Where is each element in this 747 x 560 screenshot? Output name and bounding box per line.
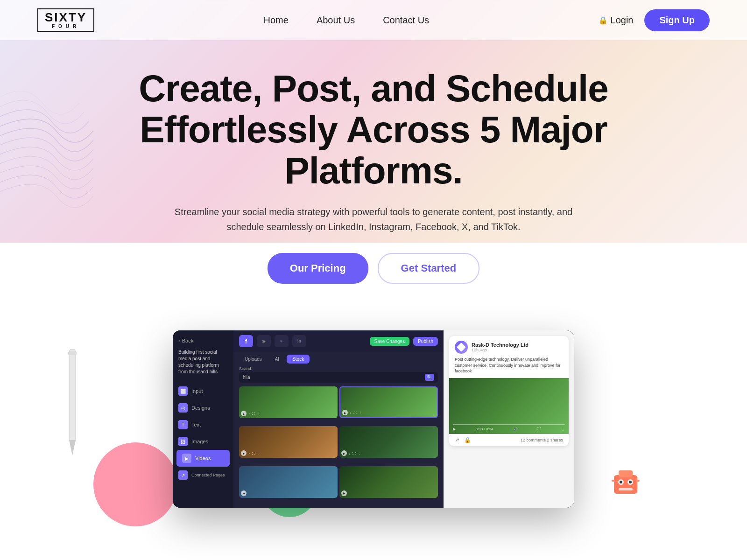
our-pricing-button[interactable]: Our Pricing [268,253,368,284]
more-options-icon: ⋮ [561,427,565,431]
hero-subtext: Streamline your social media strategy wi… [163,204,584,234]
project-description: Building first social media post and sch… [173,349,233,383]
video-time-display: ▶ 0:00 / 0:34 🔊 ⛶ ⋮ [453,427,565,431]
svg-rect-0 [69,349,76,442]
app-screenshot-section: ‹ Back Building first social media post … [0,330,747,508]
svg-marker-1 [69,440,76,455]
avatar-diamond-shape [457,343,466,352]
action-icons: ↗ 🔒 [455,437,471,443]
sidebar-item-videos[interactable]: ▶ Videos [176,450,230,467]
media-thumb-3[interactable]: ▶ ♪ ⛶ ⋮ [239,426,338,458]
sidebar-item-input[interactable]: ⬜ Input [173,383,233,399]
play-button-4[interactable]: ▶ [341,450,347,456]
preview-header: Rask-D Technology Ltd 10h Ago [449,336,569,357]
preview-video: ▶ 0:00 / 0:34 🔊 ⛶ ⋮ [449,378,569,434]
login-button[interactable]: 🔒 Login [599,15,634,26]
nav-links: Home About Us Contact Us [264,15,430,26]
uploads-tab[interactable]: Uploads [239,355,268,364]
back-arrow-icon: ‹ [178,338,180,343]
play-button-2[interactable]: ▶ [342,410,348,415]
video-controls-4: ▶ ♪ ⛶ ⋮ [341,450,436,456]
sidebar-item-images[interactable]: 🖼 Images [173,433,233,450]
publish-button[interactable]: Publish [413,337,438,346]
sidebar-label-videos: Videos [195,455,211,461]
volume-icon: 🔊 [513,427,518,431]
sidebar-label-connected-pages: Connected Pages [191,473,225,477]
platform-facebook[interactable]: f [239,335,253,347]
nav-about[interactable]: About Us [317,15,355,26]
save-publish-buttons: Save Changes Publish [370,337,438,346]
sidebar-label-images: Images [191,439,208,444]
videos-icon: ▶ [182,454,191,463]
play-button-3[interactable]: ▶ [241,450,247,456]
media-thumb-2[interactable]: ▶ ♪ ⛶ ⋮ [339,386,438,418]
platform-icons: f ◉ ✕ in [239,335,306,347]
video-controls-1: ▶ ♪ ⛶ ⋮ [241,411,336,416]
lock-action-icon[interactable]: 🔒 [464,437,471,443]
input-icon: ⬜ [178,386,188,396]
app-preview-panel: Rask-D Technology Ltd 10h Ago Post cutti… [444,330,574,508]
back-label: Back [182,338,193,343]
get-started-button[interactable]: Get Started [378,253,480,284]
back-button[interactable]: ‹ Back [173,338,233,349]
preview-avatar [455,341,468,354]
search-input-container: 🔍 [239,372,438,383]
media-thumb-4[interactable]: ▶ ♪ ⛶ ⋮ [339,426,438,458]
hero-section: Create, Post, and Schedule Effortlessly … [0,40,747,326]
sidebar-item-designs[interactable]: ◎ Designs [173,399,233,416]
app-screenshot: ‹ Back Building first social media post … [173,330,574,508]
logo-text-main: SIXTY [45,11,87,23]
connected-pages-icon: ↗ [178,470,188,480]
preview-caption: Post cutting-edge technology. Deliver un… [449,357,569,378]
play-button-1[interactable]: ▶ [241,411,247,416]
video-player-controls: ▶ 0:00 / 0:34 🔊 ⛶ ⋮ [453,424,565,431]
text-icon: T [178,420,188,429]
preview-time-ago: 10h Ago [472,348,529,352]
sidebar-label-designs: Designs [191,405,210,411]
sidebar-label-text: Text [191,422,201,427]
search-section: Search 🔍 [233,366,444,386]
hero-headline: Create, Post, and Schedule Effortlessly … [93,68,654,191]
social-post-preview: Rask-D Technology Ltd 10h Ago Post cutti… [449,336,569,446]
navbar: SIXTY FOUR Home About Us Contact Us 🔒 Lo… [0,0,747,40]
platform-instagram[interactable]: ◉ [257,335,271,347]
platform-x[interactable]: ✕ [275,335,289,347]
stock-tab[interactable]: Stock [287,355,310,364]
signup-button[interactable]: Sign Up [644,9,710,31]
logo: SIXTY FOUR [37,8,94,32]
video-controls-3: ▶ ♪ ⛶ ⋮ [241,450,336,456]
nav-right: 🔒 Login Sign Up [599,9,710,31]
designs-icon: ◎ [178,403,188,413]
sidebar-label-input: Input [191,388,203,394]
save-changes-button[interactable]: Save Changes [370,337,410,346]
sidebar-item-connected-pages[interactable]: ↗ Connected Pages [173,467,233,483]
sidebar-item-text[interactable]: T Text [173,416,233,433]
share-icon[interactable]: ↗ [455,437,459,443]
app-main-panel: f ◉ ✕ in Save Changes Publish Uploads [233,330,444,508]
platform-tabs-bar: f ◉ ✕ in Save Changes Publish [233,330,444,352]
video-controls-6: ▶ [341,490,436,496]
video-controls-5: ▶ [241,490,336,496]
video-current-time: ▶ [453,427,456,431]
search-icon[interactable]: 🔍 [425,374,434,381]
nav-home[interactable]: Home [264,15,289,26]
play-button-5[interactable]: ▶ [241,490,247,496]
lock-icon: 🔒 [599,16,608,25]
nav-contact[interactable]: Contact Us [383,15,429,26]
media-grid: ▶ ♪ ⛶ ⋮ ▶ ♪ ⛶ ⋮ [233,386,444,508]
media-thumb-6[interactable]: ▶ [339,466,438,498]
video-progress-bar[interactable] [453,424,565,425]
preview-actions: ↗ 🔒 12 comments 2 shares [449,434,569,446]
images-icon: 🖼 [178,437,188,446]
ai-tab[interactable]: AI [269,355,285,364]
play-button-6[interactable]: ▶ [341,490,347,496]
media-thumb-1[interactable]: ▶ ♪ ⛶ ⋮ [239,386,338,418]
fullscreen-icon: ⛶ [537,427,541,431]
search-input[interactable] [243,375,425,380]
svg-rect-2 [68,351,77,355]
platform-linkedin[interactable]: in [292,335,306,347]
video-controls-2: ▶ ♪ ⛶ ⋮ [342,410,435,415]
preview-company-name: Rask-D Technology Ltd [472,342,529,348]
media-thumb-5[interactable]: ▶ [239,466,338,498]
hero-buttons: Our Pricing Get Started [93,253,654,284]
